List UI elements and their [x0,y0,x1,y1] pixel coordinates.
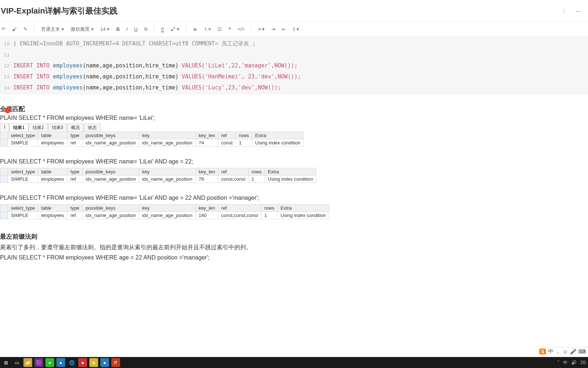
highlighted-cell: const,const [218,176,249,183]
code-line: 10) ENGINE=InnoDB AUTO_INCREMENT=4 DEFAU… [0,38,588,49]
col-header: key [139,132,196,139]
indent-right-button[interactable]: ⇥ [271,26,275,32]
highlighted-cell: const [218,139,236,147]
more-icon[interactable]: ⋮ [562,8,567,14]
app-icon[interactable]: 🟪 [34,358,43,367]
undo-icon[interactable]: ↶ [1,26,5,32]
toolbar: ↶ 🖌 ✎ 普通文本 ▾ 微软雅黑 ▾ 14 ▾ B I U S A 🖍 ▾ ≣… [0,22,588,37]
underline-button[interactable]: U [134,26,137,32]
powerpoint-icon[interactable]: P [111,358,120,367]
code-line: 14INSERT INTO employees(name,age,positio… [0,82,588,93]
tab-result1[interactable]: 结果1 [9,124,29,132]
clock[interactable]: 20: [580,360,587,365]
strike-button[interactable]: S [144,26,148,32]
col-header: possible_keys [82,132,139,139]
code-line: 13INSERT INTO employees(name,age,positio… [0,71,588,82]
task-view-icon[interactable]: ▭ [12,358,21,367]
tab-status[interactable]: 状态 [84,124,101,132]
brush-icon[interactable]: 🖌 [12,26,17,32]
file-explorer-icon[interactable]: 📁 [23,358,32,367]
italic-button[interactable]: I [126,26,128,32]
ordered-list-button[interactable]: ⒈≡ [204,26,211,33]
result-table-1: select_type table type possible_keys key… [0,132,304,147]
code-line: 12INSERT INTO employees(name,age,positio… [0,60,588,71]
sql-statement: PLAIN SELECT * FROM employees WHERE name… [0,195,588,201]
table-header-row: select_type table type possible_keys key… [0,132,304,139]
chevron-down-icon: ▾ [107,26,109,32]
body-text: 果索引了多列，要遵守最左前缀法则。指的是查询从索引的最左前列开始并且不跳过索引中… [0,244,588,251]
content-area: 10) ENGINE=InnoDB AUTO_INCREMENT=4 DEFAU… [0,37,588,353]
unordered-list-button[interactable]: ≣ [193,26,197,32]
result-table-3: select_typetabletype possible_keyskey ke… [0,204,329,219]
line-height-button[interactable]: ‡ ▾ [293,26,299,32]
minimize-icon[interactable]: — [576,8,581,14]
table-row: SIMPLE employees ref idx_name_age_positi… [0,139,304,147]
col-header: table [38,132,67,139]
style-select[interactable]: 普通文本 ▾ [41,26,64,33]
tab-result2[interactable]: 结果2 [29,124,48,132]
highlighted-cell: 78 [196,176,218,183]
sql-statement: PLAIN SELECT * FROM employees WHERE age … [0,254,588,261]
youdao-icon[interactable]: ● [56,358,65,367]
quote-button[interactable]: ❝ [228,26,231,32]
wechat-icon[interactable]: ● [45,358,54,367]
ime-lang[interactable]: 中 [548,348,553,355]
title-bar: VIP-Explain详解与索引最佳实践 ⋮ — [0,0,588,22]
start-button[interactable]: ⊞ [1,358,10,367]
ime-punct-icon[interactable]: ， [555,348,561,355]
col-header: type [67,132,83,139]
text-color-button[interactable]: A [161,26,164,32]
table-header-row: select_typetabletype possible_keyskey ke… [0,168,316,176]
volume-icon[interactable]: 🔊 [571,360,577,365]
taskbar: ⊞ ▭ 📁 🟪 ● ● 🌐 ● ● ● P ˄ 中 🔊 20: [0,357,588,368]
ime-bar: S 中 ， ☺ 🎤 ⌨ [537,347,588,356]
col-header: Extra [252,132,304,139]
size-select[interactable]: 14 ▾ [100,26,109,32]
tray-chevron-icon[interactable]: ˄ [557,360,559,365]
align-button[interactable]: ≡ ▾ [258,26,265,32]
section-heading: 最左前缀法则 [0,232,588,241]
document-title: VIP-Explain详解与索引最佳实践 [0,5,118,16]
result-table-2: select_typetabletype possible_keyskey ke… [0,168,316,183]
sql-statement: PLAIN SELECT * FROM employees WHERE name… [0,158,588,165]
code-line: 11 [0,49,588,60]
highlighted-cell: 74 [196,139,218,147]
chevron-down-icon: ▾ [91,26,94,32]
sogou-icon: S [539,349,546,354]
laser-pointer [4,107,11,114]
app-icon[interactable]: ● [78,358,87,367]
indent-left-button[interactable]: ⇤ [282,26,286,32]
col-header: ref [218,132,236,139]
table-row: SIMPLEemployeesref idx_name_age_position… [0,212,329,219]
chevron-down-icon: ▾ [62,26,64,32]
col-header: select_type [8,132,38,139]
app-icon[interactable]: ● [100,358,109,367]
ime-keyboard-icon[interactable]: ⌨ [578,349,586,354]
highlight-button[interactable]: 🖍 ▾ [171,26,179,32]
col-header [0,132,8,139]
col-header: rows [236,132,252,139]
highlighted-cell: const,const,const [218,212,261,219]
result-tabs: I 结果1 结果2 结果3 概况 状态 [0,124,588,132]
section-heading: 全值匹配 [0,105,588,113]
tab-result3[interactable]: 结果3 [48,124,67,132]
ime-emoji-icon[interactable]: ☺ [563,349,568,354]
checklist-button[interactable]: ☑ [217,26,222,32]
bold-button[interactable]: B [116,26,119,32]
tab-profile[interactable]: 概况 [67,124,84,132]
highlighted-cell: 140 [196,212,218,219]
chrome-icon[interactable]: 🌐 [67,358,76,367]
ime-mic-icon[interactable]: 🎤 [570,349,576,354]
font-select[interactable]: 微软雅黑 ▾ [71,26,94,33]
code-button[interactable]: </> [238,26,245,32]
clear-format-icon[interactable]: ✎ [23,26,27,32]
app-icon[interactable]: ● [89,358,98,367]
ime-lang-tray[interactable]: 中 [563,360,567,366]
table-row: SIMPLEemployeesref idx_name_age_position… [0,176,316,183]
sql-statement: PLAIN SELECT * FROM employees WHERE name… [0,115,588,121]
tab-info[interactable]: I [0,124,9,132]
code-block: 10) ENGINE=InnoDB AUTO_INCREMENT=4 DEFAU… [0,37,588,95]
col-header: key_len [196,132,218,139]
table-header-row: select_typetabletype possible_keyskey ke… [0,205,329,212]
